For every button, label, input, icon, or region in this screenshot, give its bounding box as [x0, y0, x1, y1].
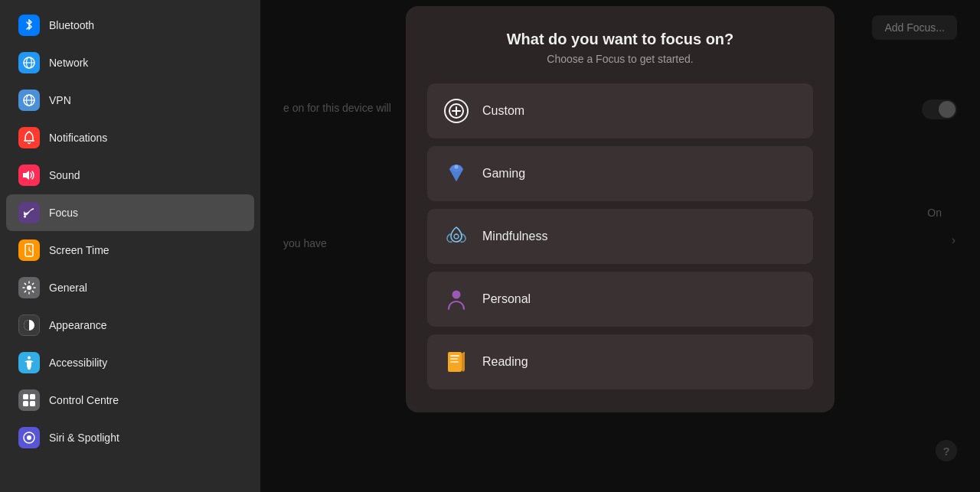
mindfulness-label: Mindfulness	[482, 230, 547, 243]
personal-label: Personal	[482, 292, 531, 306]
focus-icon	[18, 202, 40, 223]
sidebar-label-notifications: Notifications	[49, 132, 107, 144]
appearance-icon	[18, 314, 40, 336]
svg-rect-15	[30, 394, 35, 399]
sidebar-label-control-centre: Control Centre	[49, 394, 119, 406]
svg-rect-28	[450, 358, 458, 360]
custom-label: Custom	[482, 104, 524, 118]
modal-subtitle: Choose a Focus to get started.	[427, 53, 813, 65]
focus-option-reading[interactable]: Reading	[427, 334, 813, 389]
focus-option-personal[interactable]: Personal	[427, 272, 813, 327]
mindfulness-icon	[443, 223, 470, 250]
focus-option-custom[interactable]: Custom	[427, 83, 813, 138]
siri-icon	[18, 427, 40, 448]
svg-rect-14	[23, 394, 28, 399]
modal-overlay: What do you want to focus on? Choose a F…	[260, 0, 980, 492]
sidebar-item-screen-time[interactable]: Screen Time	[6, 232, 254, 269]
sidebar-item-control-centre[interactable]: Control Centre	[6, 382, 254, 419]
sidebar-item-vpn[interactable]: VPN	[6, 82, 254, 119]
sidebar-label-focus: Focus	[49, 207, 78, 219]
reading-icon	[443, 348, 470, 376]
svg-rect-29	[450, 361, 459, 363]
modal-title: What do you want to focus on?	[427, 31, 813, 48]
sidebar-label-network: Network	[49, 57, 88, 69]
svg-point-13	[28, 357, 31, 360]
sidebar-label-screen-time: Screen Time	[49, 244, 109, 256]
sidebar: Bluetooth Network VPN	[0, 0, 260, 492]
sidebar-label-sound: Sound	[49, 169, 80, 181]
svg-point-25	[452, 291, 461, 299]
svg-rect-17	[30, 401, 35, 406]
custom-icon	[443, 97, 470, 125]
sidebar-item-accessibility[interactable]: Accessibility	[6, 344, 254, 381]
focus-modal: What do you want to focus on? Choose a F…	[406, 6, 835, 412]
personal-icon	[443, 285, 470, 313]
sidebar-item-notifications[interactable]: Notifications	[6, 119, 254, 156]
sidebar-item-network[interactable]: Network	[6, 44, 254, 81]
svg-point-11	[27, 285, 31, 290]
notifications-icon	[18, 127, 40, 148]
bluetooth-icon	[18, 15, 40, 36]
vpn-icon	[18, 90, 40, 111]
control-centre-icon	[18, 389, 40, 411]
focus-option-gaming[interactable]: Gaming	[427, 146, 813, 201]
sidebar-label-general: General	[49, 282, 87, 294]
sidebar-item-siri-spotlight[interactable]: Siri & Spotlight	[6, 419, 254, 456]
sidebar-item-focus[interactable]: Focus	[6, 194, 254, 231]
svg-rect-27	[450, 355, 459, 357]
svg-point-19	[27, 435, 31, 440]
gaming-icon	[443, 160, 470, 187]
sidebar-label-appearance: Appearance	[49, 319, 107, 331]
focus-option-mindfulness[interactable]: Mindfulness	[427, 209, 813, 264]
sidebar-label-accessibility: Accessibility	[49, 357, 107, 369]
screen-time-icon	[18, 239, 40, 261]
svg-point-8	[24, 216, 26, 218]
sidebar-label-bluetooth: Bluetooth	[49, 19, 94, 31]
sidebar-label-siri-spotlight: Siri & Spotlight	[49, 432, 119, 444]
network-icon	[18, 52, 40, 73]
sidebar-item-bluetooth[interactable]: Bluetooth	[6, 7, 254, 44]
sidebar-item-sound[interactable]: Sound	[6, 157, 254, 194]
sidebar-label-vpn: VPN	[49, 94, 71, 106]
svg-point-23	[455, 165, 459, 169]
sidebar-item-appearance[interactable]: Appearance	[6, 307, 254, 344]
accessibility-icon	[18, 352, 40, 373]
svg-marker-7	[23, 171, 29, 180]
gaming-label: Gaming	[482, 167, 525, 181]
svg-rect-16	[23, 401, 28, 406]
reading-label: Reading	[482, 355, 528, 369]
svg-point-24	[454, 234, 459, 239]
sound-icon	[18, 165, 40, 186]
main-content: Add Focus... e on for this device will O…	[260, 0, 980, 492]
general-icon	[18, 277, 40, 298]
sidebar-item-general[interactable]: General	[6, 269, 254, 306]
